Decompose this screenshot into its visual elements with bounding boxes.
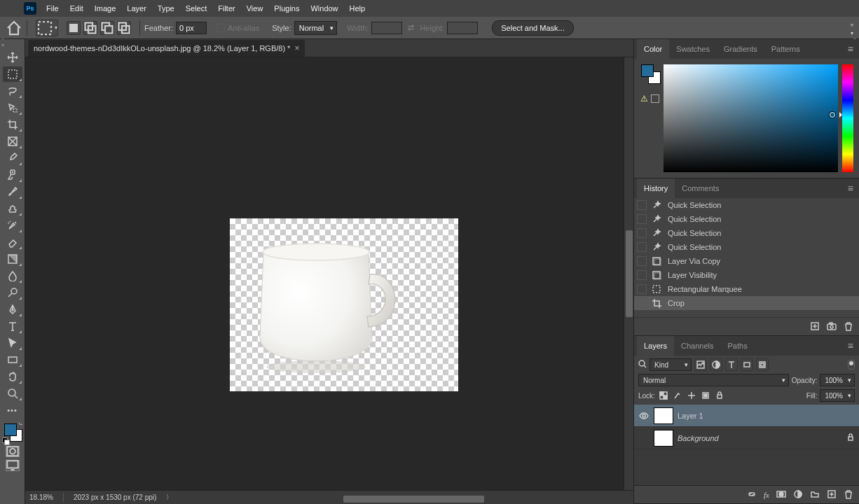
selection-subtract-icon[interactable] [100, 21, 114, 35]
history-item[interactable]: Quick Selection [634, 226, 859, 240]
visibility-toggle[interactable] [638, 433, 650, 444]
group-icon[interactable] [810, 489, 820, 500]
zoom-tool[interactable] [3, 386, 22, 401]
tab-swatches[interactable]: Swatches [669, 39, 717, 59]
doc-dimensions[interactable]: 2023 px x 1530 px (72 ppi) [74, 493, 156, 501]
link-layers-icon[interactable] [747, 489, 757, 500]
lock-position-icon[interactable] [686, 390, 697, 401]
history-item[interactable]: Rectangular Marquee [634, 282, 859, 296]
workspace-switcher[interactable]: ▾ [851, 20, 853, 36]
clone-stamp-tool[interactable] [3, 201, 22, 216]
layer-name[interactable]: Background [678, 434, 719, 442]
menu-window[interactable]: Window [305, 0, 343, 17]
menu-file[interactable]: File [41, 0, 64, 17]
create-document-icon[interactable] [810, 321, 820, 332]
layer-row[interactable]: Layer 1 [634, 405, 859, 427]
history-item[interactable]: Crop [634, 296, 859, 310]
menu-plugins[interactable]: Plugins [268, 0, 305, 17]
fill-input[interactable]: 100% [820, 389, 855, 402]
brush-tool[interactable] [3, 184, 22, 200]
history-item[interactable]: Quick Selection [634, 212, 859, 226]
lock-image-icon[interactable] [672, 390, 683, 401]
panel-menu-icon[interactable]: ≡ [845, 340, 856, 351]
lock-all-icon[interactable] [714, 390, 725, 401]
healing-brush-tool[interactable] [3, 167, 22, 183]
filter-search-icon[interactable] [638, 360, 647, 370]
tab-patterns[interactable]: Patterns [764, 39, 807, 59]
crop-tool[interactable] [3, 117, 22, 132]
delete-layer-icon[interactable] [844, 489, 853, 500]
menu-layer[interactable]: Layer [121, 0, 152, 17]
filter-adjustment-icon[interactable] [710, 358, 722, 371]
filter-pixel-icon[interactable] [694, 358, 707, 371]
menu-filter[interactable]: Filter [212, 0, 240, 17]
tab-channels[interactable]: Channels [674, 336, 720, 356]
quickmask-toggle[interactable] [6, 446, 20, 457]
websafe-swatch[interactable] [651, 94, 659, 103]
current-tool-preset[interactable]: ▾ [36, 20, 58, 36]
filter-smartobject-icon[interactable] [756, 358, 769, 371]
tab-comments[interactable]: Comments [675, 178, 726, 198]
visibility-toggle[interactable] [638, 410, 650, 421]
gamut-warning-icon[interactable]: ⚠ [640, 94, 648, 104]
gradient-tool[interactable] [3, 251, 22, 267]
layer-name[interactable]: Layer 1 [678, 412, 703, 420]
blur-tool[interactable] [3, 268, 22, 284]
dodge-tool[interactable] [3, 285, 22, 300]
edit-toolbar[interactable]: ••• [3, 402, 22, 418]
menu-view[interactable]: View [241, 0, 269, 17]
tab-layers[interactable]: Layers [637, 336, 674, 356]
canvas-area[interactable] [25, 57, 633, 490]
history-brush-tool[interactable] [3, 218, 22, 233]
filter-shape-icon[interactable] [741, 358, 753, 371]
frame-tool[interactable] [3, 134, 22, 149]
opacity-input[interactable]: 100% [820, 374, 855, 386]
menu-select[interactable]: Select [180, 0, 213, 17]
select-and-mask-button[interactable]: Select and Mask... [492, 20, 574, 36]
toolbar-collapse-icon[interactable]: » [1, 42, 4, 48]
eraser-tool[interactable] [3, 234, 22, 250]
filter-toggle-switch[interactable] [848, 360, 855, 370]
delete-icon[interactable] [844, 321, 853, 332]
home-button[interactable] [6, 20, 22, 36]
rectangle-tool[interactable] [3, 352, 22, 368]
history-item[interactable]: Layer Visibility [634, 268, 859, 282]
layer-style-icon[interactable]: fx [764, 491, 769, 499]
marquee-tool[interactable] [3, 66, 22, 82]
color-fgbg-swatch[interactable] [641, 64, 658, 81]
lock-transparency-icon[interactable] [658, 390, 669, 401]
color-swatches[interactable]: ⤿ [3, 422, 22, 442]
selection-intersect-icon[interactable] [117, 21, 131, 35]
layer-thumbnail[interactable] [654, 430, 673, 447]
lasso-tool[interactable] [3, 83, 22, 99]
path-selection-tool[interactable] [3, 335, 22, 351]
layer-row[interactable]: Background [634, 427, 859, 449]
selection-add-icon[interactable] [83, 21, 97, 35]
hand-tool[interactable] [3, 369, 22, 384]
default-colors-icon[interactable] [2, 438, 8, 443]
hue-slider[interactable] [842, 64, 853, 172]
panel-menu-icon[interactable]: ≡ [845, 43, 856, 55]
vertical-scrollbar[interactable] [624, 57, 633, 490]
menu-image[interactable]: Image [89, 0, 122, 17]
style-select[interactable]: Normal [294, 21, 337, 35]
selection-new-icon[interactable] [67, 21, 81, 35]
color-field[interactable] [664, 64, 838, 172]
horizontal-scrollbar[interactable] [189, 494, 629, 501]
feather-input[interactable] [176, 22, 207, 34]
canvas[interactable] [230, 218, 458, 391]
blend-mode-select[interactable]: Normal [638, 374, 789, 386]
foreground-color-swatch[interactable] [4, 424, 17, 436]
swap-colors-icon[interactable]: ⤿ [18, 421, 23, 427]
status-caret-icon[interactable]: 〉 [166, 493, 172, 502]
zoom-level[interactable]: 18.18% [29, 493, 53, 501]
move-tool[interactable] [3, 50, 22, 65]
layer-mask-icon[interactable] [776, 489, 786, 500]
layer-thumbnail[interactable] [654, 407, 673, 424]
tab-history[interactable]: History [637, 178, 675, 198]
filter-type-icon[interactable] [725, 358, 738, 371]
history-item[interactable]: Quick Selection [634, 240, 859, 254]
pen-tool[interactable] [3, 302, 22, 317]
panel-menu-icon[interactable]: ≡ [845, 183, 856, 194]
quick-selection-tool[interactable] [3, 100, 22, 115]
